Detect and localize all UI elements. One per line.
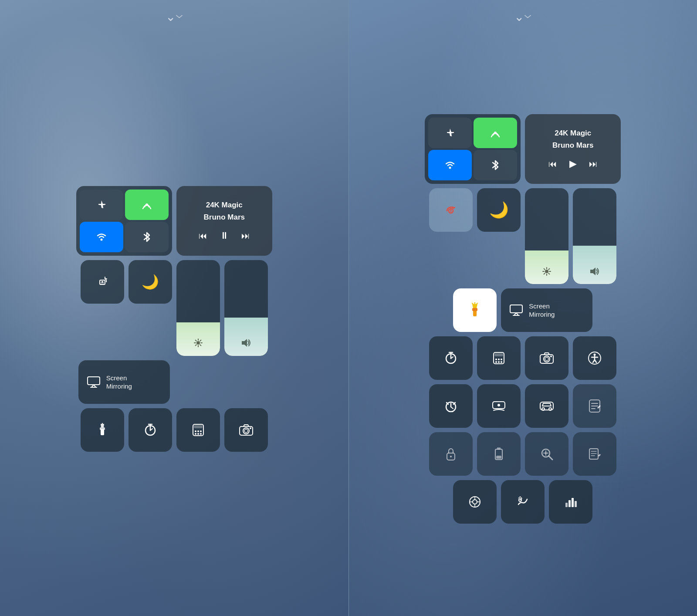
prev-button[interactable]: ⏮ <box>199 231 207 241</box>
svg-point-32 <box>197 433 199 435</box>
svg-point-76 <box>545 357 548 361</box>
svg-line-86 <box>451 407 453 409</box>
svg-marker-52 <box>590 267 595 275</box>
torch-button[interactable] <box>81 408 124 452</box>
right-hotspot-button[interactable] <box>474 118 517 148</box>
svg-point-36 <box>244 429 248 433</box>
svg-marker-14 <box>242 339 247 347</box>
right-camera-button[interactable] <box>525 336 568 380</box>
right-carplay-button[interactable] <box>525 384 568 428</box>
right-bottom1-button[interactable] <box>453 480 497 524</box>
right-prev-button[interactable]: ⏮ <box>548 159 557 169</box>
svg-rect-18 <box>100 427 105 430</box>
wifi-button[interactable] <box>80 222 123 252</box>
right-brightness-slider[interactable] <box>525 188 568 284</box>
right-timer-button[interactable] <box>429 336 473 380</box>
svg-line-10 <box>195 340 196 341</box>
right-notes-button[interactable] <box>573 432 616 476</box>
svg-point-35 <box>243 428 249 434</box>
right-accessibility-button[interactable] <box>573 336 616 380</box>
do-not-disturb-button[interactable]: 🌙 <box>129 260 172 304</box>
right-torch-button[interactable] <box>453 288 497 332</box>
svg-rect-120 <box>565 503 568 507</box>
svg-line-13 <box>195 345 196 345</box>
svg-point-75 <box>544 356 550 362</box>
screen-mirroring-button[interactable]: ScreenMirroring <box>78 360 170 404</box>
right-extra4-button[interactable] <box>573 384 616 428</box>
svg-point-31 <box>195 433 196 435</box>
svg-line-48 <box>544 269 545 270</box>
svg-point-39 <box>449 167 451 169</box>
svg-point-43 <box>545 270 548 273</box>
right-media-controls: ⏮ ▶ ⏭ <box>548 158 598 169</box>
right-battery-button[interactable] <box>477 432 521 476</box>
svg-point-72 <box>498 361 500 363</box>
right-next-button[interactable]: ⏭ <box>589 159 598 169</box>
right-play-button[interactable]: ▶ <box>569 158 577 169</box>
right-media-artist: Bruno Mars <box>552 141 593 150</box>
airplane-mode-button[interactable] <box>80 190 123 220</box>
pause-button[interactable]: ⏸ <box>220 230 229 241</box>
svg-point-114 <box>473 500 477 504</box>
moon-icon: 🌙 <box>142 274 159 290</box>
right-appletv-button[interactable] <box>477 384 521 428</box>
right-rotation-lock-button[interactable] <box>429 188 473 232</box>
svg-rect-54 <box>472 308 477 311</box>
hotspot-button[interactable] <box>125 190 169 220</box>
brightness-slider[interactable] <box>176 260 220 356</box>
right-wifi-button[interactable] <box>428 150 472 180</box>
right-row6 <box>429 432 616 476</box>
right-zoom-button[interactable] <box>525 432 568 476</box>
right-moon-icon: 🌙 <box>489 201 509 219</box>
bottom-row <box>81 408 268 452</box>
right-connectivity-block <box>425 114 521 184</box>
svg-point-94 <box>549 408 552 410</box>
svg-point-91 <box>497 404 500 406</box>
right-alarm-button[interactable] <box>429 384 473 428</box>
svg-marker-55 <box>472 304 477 308</box>
svg-line-83 <box>595 360 596 362</box>
svg-rect-17 <box>101 429 104 435</box>
right-volume-slider[interactable] <box>573 188 616 284</box>
svg-point-37 <box>250 427 251 429</box>
media-artist: Bruno Mars <box>204 213 245 222</box>
svg-rect-27 <box>194 425 203 428</box>
right-bottom2-button[interactable] <box>501 480 545 524</box>
media-controls: ⏮ ⏸ ⏭ <box>199 230 250 241</box>
rotation-lock-button[interactable] <box>81 260 124 304</box>
right-bottom3-button[interactable] <box>549 480 592 524</box>
svg-rect-53 <box>473 310 477 316</box>
svg-point-29 <box>197 430 199 432</box>
svg-rect-15 <box>88 377 100 385</box>
right-row4 <box>429 336 616 380</box>
left-panel: 24K Magic Bruno Mars ⏮ ⏸ ⏭ <box>0 0 348 616</box>
next-button[interactable]: ⏭ <box>241 231 250 241</box>
calculator-button[interactable] <box>176 408 220 452</box>
screen-mirroring-label: ScreenMirroring <box>106 374 132 391</box>
right-volume-icon <box>589 267 600 278</box>
top-row: 24K Magic Bruno Mars ⏮ ⏸ ⏭ <box>76 186 272 256</box>
right-do-not-disturb-button[interactable]: 🌙 <box>477 188 521 232</box>
svg-point-101 <box>450 456 452 457</box>
right-calculator-button[interactable] <box>477 336 521 380</box>
camera-button[interactable] <box>224 408 268 452</box>
right-lock-button[interactable] <box>429 432 473 476</box>
right-row7 <box>453 480 592 524</box>
bluetooth-button[interactable] <box>125 222 169 252</box>
right-panel: 24K Magic Bruno Mars ⏮ ▶ ⏭ <box>349 0 697 616</box>
right-bluetooth-button[interactable] <box>474 150 517 180</box>
svg-line-11 <box>200 345 201 345</box>
svg-point-73 <box>501 361 502 363</box>
timer-button[interactable] <box>129 408 172 452</box>
right-top-row: 24K Magic Bruno Mars ⏮ ▶ ⏭ <box>425 114 621 184</box>
right-media-block: 24K Magic Bruno Mars ⏮ ▶ ⏭ <box>525 114 621 184</box>
right-mirroring-row: ScreenMirroring <box>453 288 592 332</box>
svg-point-70 <box>501 359 502 360</box>
svg-line-50 <box>549 269 550 270</box>
svg-marker-19 <box>101 424 104 427</box>
svg-point-93 <box>542 408 545 410</box>
media-title: 24K Magic <box>206 200 243 210</box>
right-airplane-button[interactable] <box>428 118 472 148</box>
volume-slider[interactable] <box>224 260 268 356</box>
right-screen-mirroring-button[interactable]: ScreenMirroring <box>501 288 592 332</box>
